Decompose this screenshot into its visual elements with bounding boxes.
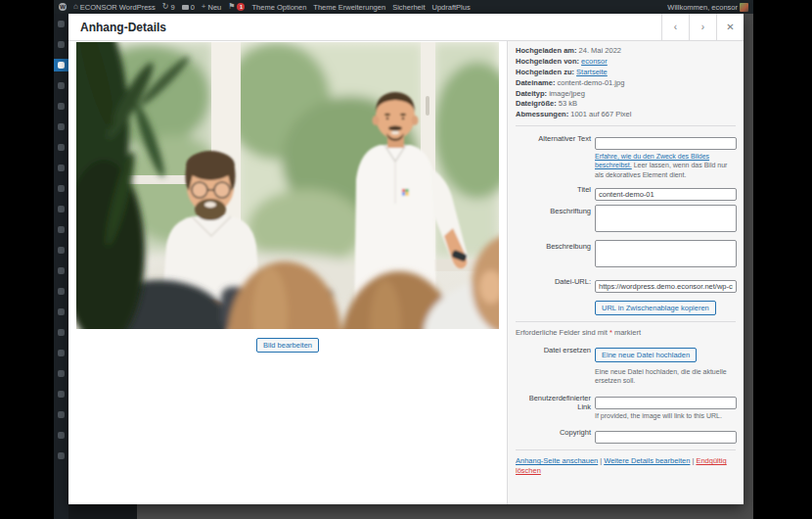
custom-link-label: Benutzerdefinierter Link [516, 392, 591, 420]
posts-icon [58, 41, 65, 48]
meta-uploaded-to: Hochgeladen zu: Startseite [516, 68, 736, 76]
toolbar-item-theme-extensions[interactable]: Theme Erweiterungen [313, 3, 385, 12]
custom-link-help: If provided, the image will link to this… [595, 411, 737, 420]
sidebar-item-duplicator[interactable] [54, 449, 68, 462]
toolbar-item-security[interactable]: Sicherheit [392, 3, 425, 12]
file-url-input[interactable] [595, 280, 737, 293]
alt-text-field-row: Alternativer Text Erfahre, wie du den Zw… [516, 132, 736, 179]
file-url-label: Datei-URL: [516, 275, 591, 315]
updates-icon: ↻ [162, 3, 169, 11]
letterbox-right [753, 0, 812, 519]
sidebar-item-cache[interactable] [54, 429, 68, 442]
templates-icon [58, 144, 65, 151]
attachment-details-modal: Anhang-Details ‹ › ✕ [68, 14, 744, 504]
copyright-row: Copyright [516, 426, 736, 444]
edit-image-button[interactable]: Bild bearbeiten [256, 338, 319, 353]
sidebar-item-backup[interactable] [54, 347, 68, 359]
media-preview-pane: Bild bearbeiten [68, 41, 507, 504]
uploader-link[interactable]: econsor [581, 57, 608, 66]
next-attachment-button[interactable]: › [689, 14, 716, 40]
plus-icon: + [202, 3, 206, 11]
notifications-menu[interactable]: ⚑ 1 [228, 3, 245, 11]
toolbar-item-updraftplus[interactable]: UpdraftPlus [432, 3, 471, 12]
caption-field-row: Beschriftung [516, 205, 736, 236]
seo-icon [58, 288, 65, 295]
updates-menu[interactable]: ↻ 9 [162, 3, 175, 12]
office-photo [76, 42, 499, 329]
dashboard-icon [58, 21, 65, 27]
sidebar-item-comments[interactable] [54, 100, 68, 113]
sidebar-item-plugins[interactable] [54, 203, 68, 215]
sidebar-item-forms[interactable] [54, 162, 68, 174]
analytics-icon [58, 329, 65, 336]
sidebar-item-pages[interactable] [54, 79, 68, 92]
alt-text-label: Alternativer Text [516, 132, 591, 179]
settings-icon [58, 267, 65, 274]
pages-icon [58, 82, 65, 89]
sidebar-item-custom-fields[interactable] [54, 388, 68, 401]
toolbar-item-theme-options[interactable]: Theme Optionen [251, 3, 306, 12]
sidebar-item-settings[interactable] [54, 264, 68, 277]
users-icon [58, 226, 65, 233]
new-label: Neu [208, 3, 222, 12]
sidebar-item-security[interactable] [54, 306, 68, 318]
copyright-input[interactable] [595, 431, 737, 444]
theme-options-label: Theme Optionen [251, 3, 306, 12]
wordpress-logo-icon: W [59, 3, 67, 11]
new-content-menu[interactable]: + Neu [202, 3, 221, 12]
sidebar-item-performance[interactable] [54, 367, 68, 380]
view-attachment-page-link[interactable]: Anhang-Seite anschauen [516, 456, 598, 465]
security-label: Sicherheit [392, 3, 425, 12]
replace-file-label: Datei ersetzen [516, 344, 591, 386]
sidebar-item-users[interactable] [54, 223, 68, 236]
security-icon [58, 308, 65, 315]
divider [516, 449, 736, 450]
comments-count: 0 [191, 3, 195, 12]
sidebar-item-posts[interactable] [54, 38, 68, 51]
sidebar-item-snippets[interactable] [54, 408, 68, 421]
alt-text-help: Erfahre, wie du den Zweck des Bildes bes… [595, 152, 737, 179]
meta-filetype: Dateityp: image/jpeg [516, 89, 736, 98]
meta-uploaded-by: Hochgeladen von: econsor [516, 57, 736, 66]
meta-dimensions: Abmessungen: 1001 auf 667 Pixel [516, 110, 736, 118]
account-menu[interactable]: Willkommen, econsor [667, 3, 748, 12]
chevron-left-icon: ‹ [674, 22, 677, 32]
sidebar-item-templates[interactable] [54, 141, 68, 154]
comments-icon [182, 5, 189, 10]
plugins-icon [58, 206, 65, 212]
custom-link-input[interactable] [595, 397, 737, 409]
site-name-menu[interactable]: ⌂ ECONSOR WordPress [73, 3, 156, 12]
previous-attachment-button[interactable]: ‹ [661, 14, 689, 40]
copy-url-button[interactable]: URL in Zwischenablage kopieren [595, 301, 716, 315]
snippets-icon [58, 411, 65, 418]
screen: W ⌂ ECONSOR WordPress ↻ 9 0 + Neu ⚑ 1 Th… [0, 0, 812, 519]
alt-text-input[interactable] [595, 137, 737, 150]
theme-extensions-label: Theme Erweiterungen [313, 3, 385, 12]
replace-file-row: Datei ersetzen Eine neue Datei hochladen… [516, 344, 736, 386]
sidebar-item-tools[interactable] [54, 244, 68, 257]
comments-menu[interactable]: 0 [182, 3, 195, 12]
attachment-actions: Anhang-Seite anschauen|Weitere Details b… [516, 456, 736, 476]
greeting-label: Willkommen, econsor [667, 3, 738, 12]
sidebar-item-appearance[interactable] [54, 182, 68, 195]
wordpress-menu[interactable]: W [59, 3, 67, 11]
tools-icon [58, 247, 65, 254]
title-input[interactable] [595, 188, 737, 201]
sidebar-item-analytics[interactable] [54, 326, 68, 339]
caption-textarea[interactable] [595, 205, 737, 232]
close-modal-button[interactable]: ✕ [716, 14, 744, 40]
sidebar-item-media[interactable] [54, 59, 68, 71]
meta-filesize: Dateigröße: 53 kB [516, 99, 736, 108]
uploaded-to-link[interactable]: Startseite [576, 68, 608, 76]
elementor-icon [58, 123, 65, 130]
modal-title: Anhang-Details [68, 21, 166, 34]
sidebar-item-elementor[interactable] [54, 120, 68, 133]
edit-more-details-link[interactable]: Weitere Details bearbeiten [604, 456, 690, 465]
upload-new-file-button[interactable]: Eine neue Datei hochladen [595, 348, 697, 362]
meta-filename: Dateiname: content-demo-01.jpg [516, 78, 736, 87]
comments-icon [58, 103, 65, 110]
description-textarea[interactable] [595, 240, 737, 267]
sidebar-item-seo[interactable] [54, 285, 68, 298]
sidebar-item-dashboard[interactable] [54, 18, 68, 30]
home-icon: ⌂ [73, 3, 78, 11]
